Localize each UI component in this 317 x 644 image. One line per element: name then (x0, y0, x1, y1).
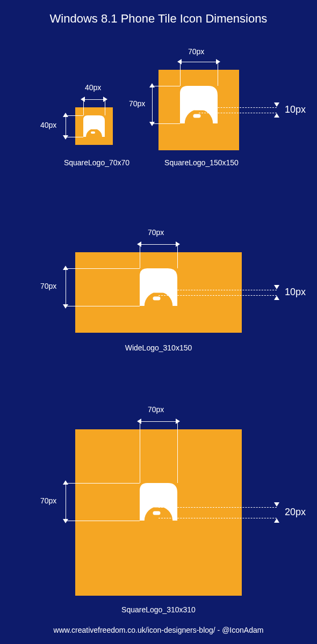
arrow-icon (177, 59, 182, 64)
dim-medium-width: 70px (188, 47, 204, 56)
guide-line (177, 421, 178, 483)
arrow-icon (149, 122, 155, 126)
guide-line (83, 99, 84, 115)
dim-line (66, 115, 66, 137)
caption-medium: SquareLogo_150x150 (158, 158, 244, 167)
dim-line (83, 99, 105, 100)
dim-line (180, 62, 218, 62)
dim-line (66, 268, 66, 306)
guide-line (66, 483, 140, 484)
offset-line (199, 113, 277, 113)
arrow-icon (274, 285, 279, 289)
arrow-icon (149, 83, 155, 87)
tile-wide (75, 252, 242, 333)
arrow-icon (176, 241, 180, 247)
arrow-icon (274, 113, 279, 118)
dim-wide-height: 70px (40, 282, 56, 290)
guide-line (66, 306, 140, 306)
dim-line (152, 86, 153, 123)
caption-small: SquareLogo_70x70 (62, 158, 132, 167)
caption-large: SquareLogo_310x310 (75, 605, 242, 614)
dim-small-height: 40px (40, 121, 56, 129)
app-logo-icon (180, 86, 218, 123)
offset-line (158, 295, 277, 296)
dim-medium-height: 70px (129, 99, 145, 108)
arrow-icon (274, 296, 279, 300)
page-title: Windows 8.1 Phone Tile Icon Dimensions (0, 0, 317, 26)
guide-line (218, 62, 218, 86)
arrow-icon (63, 304, 68, 309)
offset-line (158, 507, 277, 508)
dim-line (140, 421, 177, 422)
svg-rect-0 (91, 127, 98, 129)
tile-medium (158, 70, 239, 150)
dim-large-offset: 20px (285, 507, 306, 518)
arrow-icon (63, 135, 68, 140)
guide-line (66, 115, 83, 116)
offset-line (158, 290, 277, 290)
arrow-icon (137, 241, 141, 247)
tile-small (75, 107, 113, 145)
guide-line (66, 268, 140, 269)
dim-line (66, 483, 66, 521)
dim-large-height: 70px (40, 496, 56, 505)
app-logo-icon (140, 268, 177, 306)
svg-rect-7 (153, 511, 161, 515)
guide-line (152, 123, 180, 124)
arrow-icon (176, 419, 180, 424)
arrow-icon (63, 519, 68, 523)
arrow-icon (274, 502, 279, 507)
dim-wide-width: 70px (148, 228, 164, 237)
dim-small-width: 40px (85, 83, 101, 92)
guide-line (180, 62, 181, 86)
arrow-icon (274, 103, 279, 107)
guide-line (66, 521, 140, 521)
dim-line (140, 244, 177, 245)
caption-wide: WideLogo_310x150 (75, 343, 242, 352)
arrow-icon (63, 480, 68, 485)
app-logo-icon (140, 483, 177, 521)
app-logo-icon (83, 115, 105, 137)
footer-credit: www.creativefreedom.co.uk/icon-designers… (0, 626, 317, 634)
arrow-icon (274, 518, 279, 523)
svg-rect-1 (91, 131, 95, 134)
guide-line (177, 244, 178, 268)
arrow-icon (137, 419, 141, 424)
guide-line (140, 421, 140, 483)
guide-line (105, 99, 105, 115)
svg-rect-5 (153, 297, 161, 301)
tile-large (75, 429, 242, 596)
arrow-icon (81, 97, 85, 102)
dim-wide-offset: 10px (285, 287, 306, 298)
dim-medium-offset: 10px (285, 104, 306, 115)
arrow-icon (103, 97, 107, 102)
arrow-icon (216, 59, 220, 64)
offset-line (199, 107, 277, 108)
guide-line (140, 244, 140, 268)
svg-rect-3 (193, 114, 201, 118)
offset-line (158, 518, 277, 518)
dim-large-width: 70px (148, 405, 164, 414)
arrow-icon (63, 266, 68, 270)
guide-line (152, 86, 180, 86)
arrow-icon (63, 113, 68, 117)
guide-line (66, 137, 83, 137)
